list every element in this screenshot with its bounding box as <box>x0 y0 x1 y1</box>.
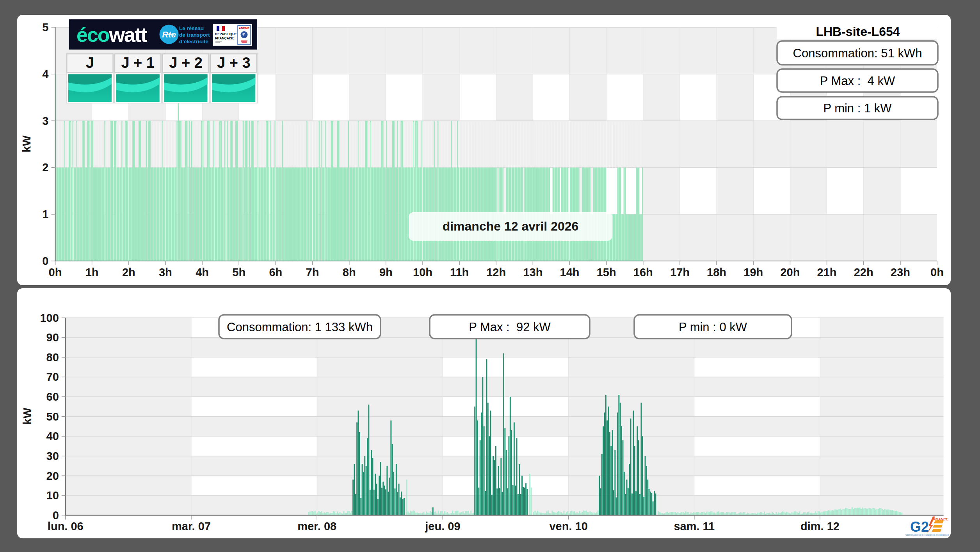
svg-text:P Max : 92 kW: P Max : 92 kW <box>469 320 551 334</box>
svg-text:2h: 2h <box>122 266 135 279</box>
svg-text:mer. 08: mer. 08 <box>297 520 336 532</box>
svg-text:16h: 16h <box>633 266 653 279</box>
svg-text:15h: 15h <box>597 266 616 279</box>
svg-text:FRANÇAISE: FRANÇAISE <box>215 36 235 40</box>
svg-text:21h: 21h <box>817 266 837 279</box>
svg-text:jeu. 09: jeu. 09 <box>425 520 460 532</box>
svg-text:50: 50 <box>46 410 59 423</box>
svg-text:23h: 23h <box>891 266 910 279</box>
svg-text:4h: 4h <box>196 266 209 279</box>
svg-text:d’électricité: d’électricité <box>179 39 209 44</box>
svg-text:0: 0 <box>42 255 48 267</box>
svg-text:0h: 0h <box>930 266 944 279</box>
svg-text:kW: kW <box>20 135 33 153</box>
svg-text:13h: 13h <box>523 266 542 279</box>
svg-text:Consommation: 1 133 kWh: Consommation: 1 133 kWh <box>227 320 373 334</box>
svg-text:7h: 7h <box>306 266 319 279</box>
svg-text:8h: 8h <box>343 266 356 279</box>
svg-text:9h: 9h <box>379 266 393 279</box>
svg-text:3: 3 <box>42 115 48 127</box>
svg-text:18h: 18h <box>707 266 726 279</box>
svg-text:LHB-site-L654: LHB-site-L654 <box>816 25 900 39</box>
svg-text:10: 10 <box>46 489 59 502</box>
svg-text:60: 60 <box>46 390 59 403</box>
svg-text:12h: 12h <box>486 266 506 279</box>
svg-text:ven. 10: ven. 10 <box>549 520 587 532</box>
svg-text:11h: 11h <box>450 266 469 279</box>
svg-text:P min : 0 kW: P min : 0 kW <box>679 320 747 334</box>
svg-text:20: 20 <box>46 470 59 482</box>
svg-text:Optimisation des ressources én: Optimisation des ressources énergétiques <box>905 534 949 536</box>
svg-text:dimanche 12 avril 2026: dimanche 12 avril 2026 <box>443 219 579 233</box>
svg-text:J + 1: J + 1 <box>121 55 155 71</box>
svg-text:22h: 22h <box>854 266 873 279</box>
svg-text:kW: kW <box>21 408 34 425</box>
svg-text:mar. 07: mar. 07 <box>172 520 211 532</box>
svg-text:P min : 1 kW: P min : 1 kW <box>823 101 892 115</box>
svg-text:40: 40 <box>46 430 59 442</box>
svg-text:P Max : 4 kW: P Max : 4 kW <box>820 74 895 88</box>
svg-text:17h: 17h <box>670 266 690 279</box>
svg-text:J + 3: J + 3 <box>217 55 251 71</box>
svg-text:FRANCE: FRANCE <box>934 517 948 521</box>
svg-text:1: 1 <box>42 208 48 220</box>
svg-text:J + 2: J + 2 <box>169 55 203 71</box>
svg-text:0: 0 <box>53 509 59 522</box>
svg-text:3h: 3h <box>159 266 172 279</box>
svg-text:dim. 12: dim. 12 <box>800 520 839 532</box>
svg-text:10h: 10h <box>413 266 432 279</box>
svg-text:6h: 6h <box>269 266 282 279</box>
svg-text:5: 5 <box>42 21 48 34</box>
svg-text:lun. 06: lun. 06 <box>48 520 84 532</box>
svg-text:de transport: de transport <box>179 32 210 38</box>
svg-text:Consommation: 51 kWh: Consommation: 51 kWh <box>793 46 922 60</box>
svg-text:30: 30 <box>46 450 59 462</box>
svg-text:14h: 14h <box>560 266 580 279</box>
svg-text:0h: 0h <box>49 266 62 279</box>
svg-text:2: 2 <box>42 161 48 174</box>
svg-text:ADEME: ADEME <box>239 27 249 30</box>
svg-text:1h: 1h <box>85 266 99 279</box>
svg-text:RÉPUBLIQUE: RÉPUBLIQUE <box>215 32 237 36</box>
svg-text:sam. 11: sam. 11 <box>674 520 715 532</box>
svg-text:80: 80 <box>46 351 59 364</box>
svg-text:5h: 5h <box>232 266 245 279</box>
svg-text:90: 90 <box>46 331 59 344</box>
svg-text:4: 4 <box>42 68 48 80</box>
svg-text:70: 70 <box>46 371 59 383</box>
svg-text:G2: G2 <box>910 519 929 535</box>
svg-text:écowatt: écowatt <box>76 23 147 46</box>
svg-text:19h: 19h <box>743 266 763 279</box>
svg-text:J: J <box>86 55 94 71</box>
svg-text:Le réseau: Le réseau <box>179 25 204 31</box>
svg-text:100: 100 <box>40 312 59 324</box>
svg-text:20h: 20h <box>780 266 800 279</box>
